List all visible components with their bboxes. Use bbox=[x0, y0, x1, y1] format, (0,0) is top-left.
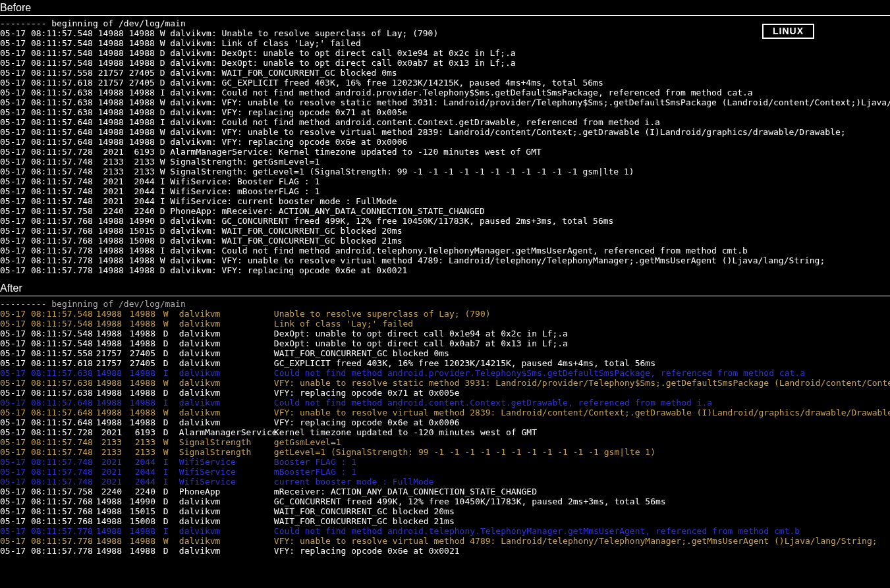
log-message: VFY: unable to resolve virtual method 28… bbox=[274, 408, 890, 417]
log-line: 05-17 08:11:57.7781498814988 IdalvikvmCo… bbox=[0, 526, 890, 536]
log-header: --------- beginning of /dev/log/main bbox=[0, 299, 890, 309]
log-line: 05-17 08:11:57.748 2021 2044 I WifiServi… bbox=[0, 186, 890, 196]
log-timestamp: 05-17 08:11:57.648 bbox=[0, 408, 86, 417]
log-level: I bbox=[163, 457, 175, 467]
log-pid: 14988 bbox=[86, 319, 122, 329]
log-pid: 21757 bbox=[86, 358, 122, 368]
log-line: 05-17 08:11:57.74820212044 IWifiServiceB… bbox=[0, 457, 890, 467]
log-timestamp: 05-17 08:11:57.768 bbox=[0, 496, 86, 506]
log-pid: 14988 bbox=[86, 506, 122, 516]
log-message: Could not find method android.content.Co… bbox=[274, 398, 712, 408]
log-timestamp: 05-17 08:11:57.758 bbox=[0, 487, 86, 496]
log-level: W bbox=[163, 408, 175, 417]
log-tid: 2133 bbox=[122, 447, 158, 457]
log-level: D bbox=[163, 546, 175, 556]
log-timestamp: 05-17 08:11:57.748 bbox=[0, 457, 86, 467]
log-line: 05-17 08:11:57.638 14988 14988 I dalvikv… bbox=[0, 88, 890, 97]
log-timestamp: 05-17 08:11:57.558 bbox=[0, 348, 86, 358]
log-line: 05-17 08:11:57.728 2021 6193 D AlarmMana… bbox=[0, 147, 890, 157]
log-tag: dalvikvm bbox=[175, 348, 274, 358]
log-line: 05-17 08:11:57.7681498815015 DdalvikvmWA… bbox=[0, 506, 890, 516]
divider bbox=[0, 296, 890, 296]
log-tag: dalvikvm bbox=[175, 378, 274, 388]
log-message: VFY: replacing opcode 0x71 at 0x005e bbox=[274, 388, 460, 398]
log-tid: 2240 bbox=[122, 487, 158, 496]
log-tag: dalvikvm bbox=[175, 388, 274, 398]
log-message: GC_CONCURRENT freed 499K, 12% free 10450… bbox=[274, 496, 666, 506]
log-pid: 14988 bbox=[86, 368, 122, 378]
log-line: 05-17 08:11:57.7781498814988 DdalvikvmVF… bbox=[0, 546, 890, 556]
log-tag: dalvikvm bbox=[175, 526, 274, 536]
log-timestamp: 05-17 08:11:57.768 bbox=[0, 506, 86, 516]
log-tag: dalvikvm bbox=[175, 417, 274, 427]
log-tid: 14988 bbox=[122, 546, 158, 556]
log-line: 05-17 08:11:57.758 2240 2240 D PhoneApp:… bbox=[0, 206, 890, 216]
log-line: 05-17 08:11:57.648 14988 14988 D dalvikv… bbox=[0, 137, 890, 147]
log-timestamp: 05-17 08:11:57.548 bbox=[0, 319, 86, 329]
log-timestamp: 05-17 08:11:57.618 bbox=[0, 358, 86, 368]
log-line: 05-17 08:11:57.768 14988 14990 D dalvikv… bbox=[0, 216, 890, 226]
log-timestamp: 05-17 08:11:57.748 bbox=[0, 437, 86, 447]
log-line: 05-17 08:11:57.638 14988 14988 W dalvikv… bbox=[0, 97, 890, 107]
divider bbox=[0, 15, 890, 16]
log-message: getGsmLevel=1 bbox=[274, 437, 341, 447]
log-tid: 15015 bbox=[122, 506, 158, 516]
log-line: 05-17 08:11:57.5481498814988 WdalvikvmLi… bbox=[0, 319, 890, 329]
log-header: --------- beginning of /dev/log/main bbox=[0, 18, 890, 28]
log-tag: AlarmManagerService bbox=[175, 427, 274, 437]
log-tid: 2133 bbox=[122, 437, 158, 447]
log-level: D bbox=[163, 338, 175, 348]
log-level: D bbox=[163, 329, 175, 338]
log-pid: 2021 bbox=[86, 427, 122, 437]
log-line: 05-17 08:11:57.778 14988 14988 I dalvikv… bbox=[0, 246, 890, 255]
log-tid: 14988 bbox=[122, 408, 158, 417]
log-pid: 14988 bbox=[86, 388, 122, 398]
log-message: Could not find method android.telephony.… bbox=[274, 526, 800, 536]
log-message: Could not find method android.provider.T… bbox=[274, 368, 805, 378]
log-line: 05-17 08:11:57.7681498814990 DdalvikvmGC… bbox=[0, 496, 890, 506]
log-tid: 14988 bbox=[122, 368, 158, 378]
log-message: WAIT_FOR_CONCURRENT_GC blocked 0ms bbox=[274, 348, 449, 358]
log-level: I bbox=[163, 398, 175, 408]
log-line: 05-17 08:11:57.5481498814988 WdalvikvmUn… bbox=[0, 309, 890, 319]
log-line: 05-17 08:11:57.6481498814988 WdalvikvmVF… bbox=[0, 408, 890, 417]
log-tag: dalvikvm bbox=[175, 329, 274, 338]
log-line: 05-17 08:11:57.74820212044 IWifiServicec… bbox=[0, 477, 890, 487]
log-message: Booster FLAG : 1 bbox=[274, 457, 356, 467]
log-tag: dalvikvm bbox=[175, 319, 274, 329]
log-message: DexOpt: unable to opt direct call 0x0ab7… bbox=[274, 338, 568, 348]
log-timestamp: 05-17 08:11:57.748 bbox=[0, 477, 86, 487]
log-pid: 14988 bbox=[86, 516, 122, 526]
log-level: D bbox=[163, 516, 175, 526]
log-tid: 27405 bbox=[122, 348, 158, 358]
log-line: 05-17 08:11:57.648 14988 14988 I dalvikv… bbox=[0, 117, 890, 127]
log-timestamp: 05-17 08:11:57.748 bbox=[0, 467, 86, 477]
log-timestamp: 05-17 08:11:57.748 bbox=[0, 447, 86, 457]
log-pid: 14988 bbox=[86, 338, 122, 348]
log-timestamp: 05-17 08:11:57.548 bbox=[0, 329, 86, 338]
log-level: W bbox=[163, 437, 175, 447]
log-timestamp: 05-17 08:11:57.778 bbox=[0, 536, 86, 546]
log-tid: 15008 bbox=[122, 516, 158, 526]
log-line: 05-17 08:11:57.7681498815008 DdalvikvmWA… bbox=[0, 516, 890, 526]
log-line: 05-17 08:11:57.768 14988 15008 D dalvikv… bbox=[0, 236, 890, 246]
after-title: After bbox=[0, 281, 890, 296]
log-line: 05-17 08:11:57.638 14988 14988 D dalvikv… bbox=[0, 107, 890, 117]
log-tid: 6193 bbox=[122, 427, 158, 437]
log-message: current booster mode : FullMode bbox=[274, 477, 434, 487]
log-message: getLevel=1 (SignalStrength: 99 -1 -1 -1 … bbox=[274, 447, 655, 457]
log-line: 05-17 08:11:57.75822402240 DPhoneAppmRec… bbox=[0, 487, 890, 496]
log-line: 05-17 08:11:57.5481498814988 DdalvikvmDe… bbox=[0, 329, 890, 338]
log-level: D bbox=[163, 417, 175, 427]
log-level: W bbox=[163, 309, 175, 319]
log-message: GC_EXPLICIT freed 403K, 16% free 12023K/… bbox=[274, 358, 655, 368]
log-tid: 14988 bbox=[122, 378, 158, 388]
log-tid: 14988 bbox=[122, 338, 158, 348]
log-tag: dalvikvm bbox=[175, 536, 274, 546]
log-line: 05-17 08:11:57.648 14988 14988 W dalvikv… bbox=[0, 127, 890, 137]
after-section: After --------- beginning of /dev/log/ma… bbox=[0, 281, 890, 556]
log-tag: WifiService bbox=[175, 477, 274, 487]
log-tid: 27405 bbox=[122, 358, 158, 368]
log-pid: 2021 bbox=[86, 467, 122, 477]
log-tid: 14988 bbox=[122, 536, 158, 546]
